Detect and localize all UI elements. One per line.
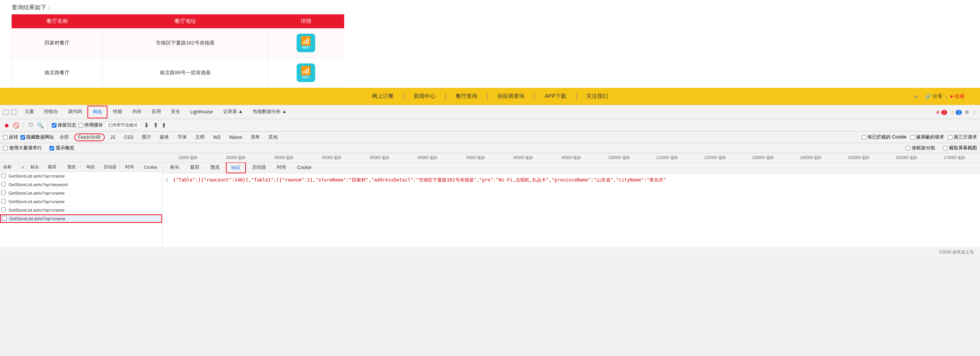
col-preview-header: 预览 (61, 164, 81, 170)
cursor-icon[interactable] (3, 110, 9, 115)
mark-16: 170000 毫秒 (930, 155, 978, 161)
nav-item-restaurants[interactable]: 餐厅查询 (446, 88, 487, 105)
request-list-panel: 名称 × 标头 载荷 预览 响应 启动器 时间 Cookie GetStoreL… (0, 163, 162, 248)
mark-11: 120000 毫秒 (691, 155, 739, 161)
tab-console[interactable]: 控制台 (39, 106, 63, 118)
filter-font[interactable]: 字体 (174, 134, 190, 141)
show-overview-checkbox[interactable]: 显示概览 (50, 145, 74, 151)
col-load-header: 载荷 (42, 164, 61, 170)
tab-memory[interactable]: 内存 (128, 106, 146, 118)
blocked-requests-checkbox[interactable]: 被屏蔽的请求 (910, 134, 944, 140)
filter-all[interactable]: 全部 (56, 134, 72, 141)
tab-lighthouse[interactable]: Lighthouse (186, 107, 218, 118)
import-icon[interactable]: ⬇ (143, 122, 150, 129)
request-name-5: GetStoreList.ashx?op=cname (7, 208, 162, 212)
nav-item-supplier[interactable]: 供应商查询 (488, 88, 534, 105)
resp-tab-initiator[interactable]: 启动器 (248, 163, 271, 173)
col-time-header: 时间 (120, 164, 139, 170)
request-name-4: GetStoreList.ashx?op=cname (7, 199, 162, 204)
restaurant-detail-1: 📶 WiFi (268, 28, 344, 58)
resp-tab-cookies[interactable]: Cookie (292, 163, 316, 173)
capture-screenshot-checkbox[interactable]: 截取屏幕截图 (943, 145, 977, 151)
hide-data-urls-checkbox[interactable]: 隐藏数据网址 (20, 134, 54, 140)
tab-network[interactable]: 网络 (87, 106, 108, 118)
group-by-frame-checkbox[interactable]: 按框架分组 (906, 145, 935, 151)
blocked-cookies-checkbox[interactable]: 有已拦截的 Cookie (862, 134, 907, 140)
heart-icon: ♥ (950, 94, 953, 99)
nav-item-follow[interactable]: 关注我们 (577, 88, 617, 105)
main-request-area: 名称 × 标头 载荷 预览 响应 启动器 时间 Cookie GetStoreL… (0, 163, 980, 248)
device-icon[interactable] (11, 110, 16, 115)
resp-tab-headers[interactable]: 标头 (166, 163, 184, 173)
tab-performance[interactable]: 性能 (108, 106, 127, 118)
invert-checkbox[interactable]: 反转 (3, 134, 18, 140)
filter-ws[interactable]: WS (210, 134, 224, 140)
response-content: 1{"Table":[{"rowcount":146}],"Table1":[{… (162, 173, 980, 248)
search-icon[interactable]: 🔍 (37, 122, 44, 129)
resp-tab-timing[interactable]: 时间 (272, 163, 291, 173)
request-list-header: 名称 × 标头 载荷 预览 响应 启动器 时间 Cookie (0, 163, 162, 172)
filter-img[interactable]: 图片 (139, 134, 154, 141)
tab-recorder[interactable]: 记录器 ▲ (219, 106, 248, 118)
third-party-checkbox[interactable]: 第三方请求 (948, 134, 977, 140)
tab-elements[interactable]: 元素 (20, 106, 39, 118)
preserve-log-checkbox[interactable]: 保留日志 (52, 122, 76, 128)
throttle-selector[interactable]: 已停用节流模式 (105, 121, 140, 129)
nav-item-news[interactable]: 新闻中心 (405, 88, 445, 105)
filter-doc[interactable]: 文档 (192, 134, 208, 141)
mark-0: 10000 毫秒 (164, 155, 212, 161)
filter-other[interactable]: 其他 (265, 134, 281, 141)
disable-cache-checkbox[interactable]: 停用缓存 (79, 122, 103, 128)
nav-item-app[interactable]: APP下载 (535, 88, 575, 105)
error-badge: ⊗ 2 (936, 110, 947, 115)
request-row-2[interactable]: GetStoreList.ashx?op=keyword (0, 180, 162, 189)
request-row-5[interactable]: GetStoreList.ashx?op=cname (0, 206, 162, 214)
export-icon[interactable]: ⬆ (152, 122, 159, 129)
error-icon: ⊗ (936, 110, 940, 115)
timeline-marks: 10000 毫秒 20000 毫秒 30000 毫秒 40000 毫秒 5000… (162, 155, 980, 161)
share-button[interactable]: 🔗 分享 (925, 93, 942, 100)
resp-tab-response[interactable]: 响应 (226, 163, 246, 173)
nav-links: 网上订餐 | 新闻中心 | 餐厅查询 | 供应商查询 | APP下载 | 关注我… (363, 88, 618, 105)
wifi-badge-1: 📶 WiFi (297, 34, 315, 52)
resp-tab-payload[interactable]: 载荷 (186, 163, 204, 173)
nav-item-order[interactable]: 网上订餐 (363, 88, 403, 105)
collect-button[interactable]: ♥ 收藏 (950, 93, 965, 100)
tab-application[interactable]: 应用 (147, 106, 166, 118)
filter-css[interactable]: CSS (121, 134, 137, 140)
request-row-6[interactable]: GetStoreList.ashx?op=cname (0, 214, 162, 223)
mark-8: 90000 毫秒 (547, 155, 595, 161)
record-button[interactable]: ⏺ (3, 122, 10, 129)
upload-icon[interactable]: ⬇ (161, 122, 168, 129)
response-text: {"Table":[{"rowcount":146}],"Table1":[{"… (173, 177, 666, 183)
col-header-name: 餐厅名称 (12, 15, 103, 28)
clear-button[interactable]: 🚫 (12, 122, 19, 129)
col-tag-header: 标头 (27, 164, 42, 170)
restaurant-name-2: 南京路餐厅 (12, 58, 103, 88)
settings-icon[interactable]: ⚙ (965, 110, 969, 115)
tab-perf-insights[interactable]: 性能数据分析 ▲ (248, 106, 291, 118)
request-row-4[interactable]: GetStoreList.ashx?op=cname (0, 197, 162, 206)
response-line-number: 1 (166, 177, 173, 183)
wifi-badge-2: 📶 WiFi (297, 63, 315, 82)
filter-media[interactable]: 媒体 (157, 134, 172, 141)
request-row-3[interactable]: GetStoreList.ashx?op=cname (0, 189, 162, 197)
tab-sources[interactable]: 源代码 (63, 106, 87, 118)
filter-fetch-xhr[interactable]: Fetch/XHR (74, 134, 105, 141)
tab-security[interactable]: 安全 (166, 106, 185, 118)
resp-tab-preview[interactable]: 预览 (206, 163, 224, 173)
warning-icon: ⚠ (950, 110, 954, 115)
devtools-tab-bar: 元素 控制台 源代码 网络 性能 内存 应用 安全 Lighthouse 记录器… (0, 105, 980, 119)
filter-wasm[interactable]: Wasm (226, 134, 246, 140)
mark-2: 30000 毫秒 (260, 155, 308, 161)
col-header-detail: 详情 (268, 15, 344, 28)
restaurant-detail-2: 📶 WiFi (268, 58, 344, 88)
filter-js[interactable]: JS (107, 134, 119, 140)
mark-5: 60000 毫秒 (403, 155, 451, 161)
request-row-1[interactable]: GetStoreList.ashx?op=cname (0, 172, 162, 180)
filter-clear[interactable]: 清单 (248, 134, 263, 141)
filter-icon[interactable]: ⛉ (27, 122, 34, 129)
large-requests-checkbox[interactable]: 使用大量请求行 (3, 145, 42, 151)
more-icon[interactable]: ⋮ (972, 110, 977, 115)
restaurant-address-2: 南京路99号一层肯德基 (102, 58, 268, 88)
